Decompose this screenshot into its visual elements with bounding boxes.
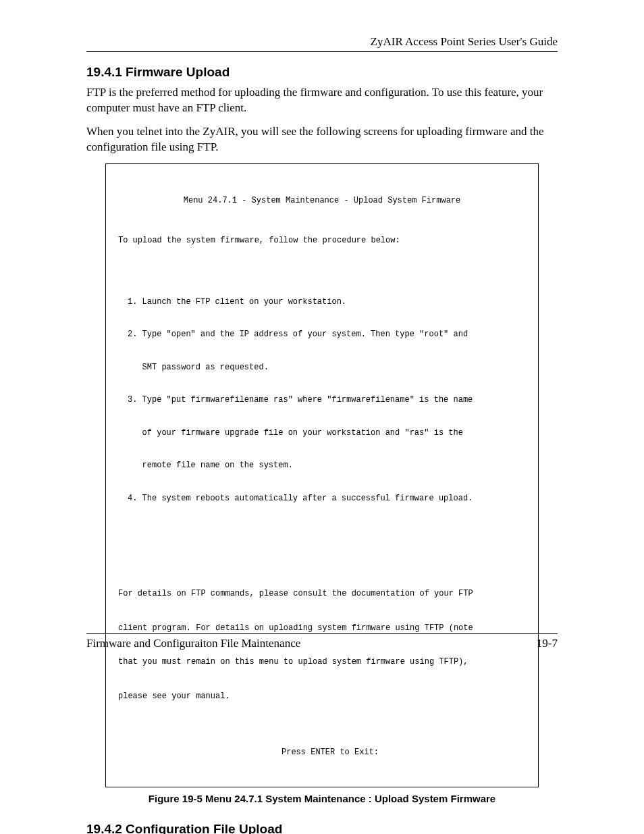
- terminal-exit-prompt: Press ENTER to Exit:: [113, 747, 531, 758]
- page-header: ZyAIR Access Point Series User's Guide: [86, 35, 558, 52]
- terminal-note: please see your manual.: [113, 691, 531, 702]
- page-content: 19.4.1 Firmware Upload FTP is the prefer…: [86, 62, 558, 834]
- terminal-title: Menu 24.7.1 - System Maintenance - Uploa…: [113, 195, 531, 206]
- section-heading-firmware-upload: 19.4.1 Firmware Upload: [86, 65, 558, 80]
- page-footer: Firmware and Configuraiton File Maintena…: [86, 633, 558, 650]
- terminal-step: 1. Launch the FTP client on your worksta…: [128, 296, 531, 307]
- terminal-step: 2. Type "open" and the IP address of you…: [128, 329, 531, 340]
- terminal-intro: To upload the system firmware, follow th…: [113, 235, 531, 246]
- terminal-step: 3. Type "put firmwarefilename ras" where…: [128, 394, 531, 405]
- terminal-note: that you must remain on this menu to upl…: [113, 656, 531, 667]
- section-heading-config-upload: 19.4.2 Configuration File Upload: [86, 822, 558, 835]
- body-paragraph: When you telnet into the ZyAIR, you will…: [86, 124, 558, 155]
- terminal-screen: Menu 24.7.1 - System Maintenance - Uploa…: [105, 163, 539, 787]
- body-paragraph: FTP is the preferred method for uploadin…: [86, 85, 558, 116]
- footer-left: Firmware and Configuraiton File Maintena…: [86, 637, 300, 650]
- terminal-step-cont: remote file name on the system.: [128, 460, 531, 471]
- figure-caption: Figure 19-5 Menu 24.7.1 System Maintenan…: [86, 793, 558, 804]
- terminal-step-cont: SMT password as requested.: [128, 362, 531, 373]
- terminal-step-cont: of your firmware upgrade file on your wo…: [128, 427, 531, 438]
- header-title: ZyAIR Access Point Series User's Guide: [371, 35, 558, 48]
- footer-page-number: 19-7: [537, 637, 558, 650]
- terminal-steps: 1. Launch the FTP client on your worksta…: [113, 274, 531, 525]
- terminal-step: 4. The system reboots automatically afte…: [128, 493, 531, 504]
- terminal-note: For details on FTP commands, please cons…: [113, 588, 531, 599]
- terminal-note: client program. For details on uploading…: [113, 623, 531, 633]
